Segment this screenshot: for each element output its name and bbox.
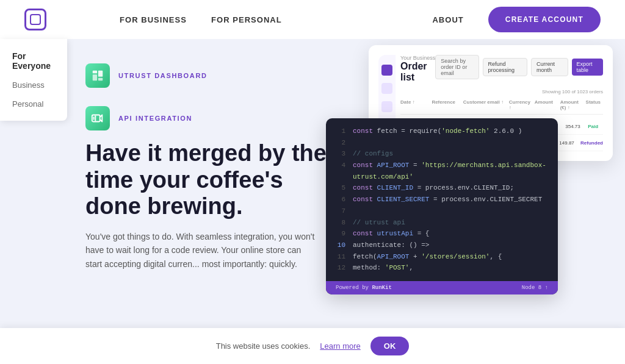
svg-rect-2: [98, 71, 103, 77]
content-area: UTRUST DASHBOARD Your Business Order lis…: [0, 39, 625, 364]
svg-rect-0: [93, 71, 97, 74]
api-body: You've got things to do. With seamless i…: [85, 230, 317, 271]
dash-nav-2: [381, 83, 392, 94]
dashboard-icon-wrapper: [85, 63, 110, 88]
sidebar-item-everyone[interactable]: For Everyone: [0, 46, 67, 76]
cookie-message: This website uses cookies.: [216, 341, 311, 351]
svg-rect-3: [98, 78, 103, 81]
code-body: 1const fetch = require('node-fetch' 2.6.…: [326, 118, 558, 281]
orders-count: Showing 100 of 1023 orders: [400, 89, 603, 95]
code-footer: Powered by RunKit Node 8 ↑: [326, 281, 558, 294]
main-content: For Everyone Business Personal UTRUST DA…: [0, 39, 625, 364]
export-button[interactable]: Export table: [572, 59, 603, 76]
api-section: API INTEGRATION Have it merged by the ti…: [85, 106, 576, 271]
create-account-button[interactable]: CREATE ACCOUNT: [488, 7, 601, 32]
dashboard-controls: Search by order ID or email Refund proce…: [435, 55, 603, 79]
dashboard-header: Your Business Order list Search by order…: [400, 55, 603, 83]
cookie-banner: This website uses cookies. Learn more OK: [0, 328, 625, 364]
nav-for-business[interactable]: FOR BUSINESS: [120, 15, 187, 24]
navbar: FOR BUSINESS FOR PERSONAL ABOUT CREATE A…: [0, 0, 625, 39]
code-preview: 1const fetch = require('node-fetch' 2.6.…: [326, 118, 558, 294]
search-input[interactable]: Search by order ID or email: [435, 55, 479, 79]
col-status: Status: [586, 99, 603, 110]
dashboard-tag: UTRUST DASHBOARD: [118, 72, 208, 79]
cell-status: Refunded: [580, 140, 603, 146]
nav-for-personal[interactable]: FOR PERSONAL: [211, 15, 282, 24]
code-footer-left: Powered by RunKit: [336, 285, 392, 291]
nav-dropdown: For Everyone Business Personal: [0, 39, 67, 121]
dashboard-brand: Your Business: [400, 55, 435, 61]
api-icon-wrapper: [85, 106, 110, 130]
logo[interactable]: [24, 9, 83, 30]
api-icon: [91, 112, 104, 125]
dashboard-icon: [91, 69, 104, 82]
filter-select-2[interactable]: Current month: [531, 58, 568, 76]
nav-about[interactable]: ABOUT: [432, 15, 463, 24]
cell-status: Paid: [588, 124, 603, 129]
code-footer-right: Node 8 ↑: [522, 285, 548, 291]
sidebar-item-business[interactable]: Business: [0, 76, 67, 95]
cookie-learn-more[interactable]: Learn more: [320, 341, 360, 351]
api-headline: Have it merged by the time your coffee's…: [85, 140, 342, 220]
svg-rect-1: [93, 74, 97, 80]
dashboard-title: Order list: [400, 61, 435, 83]
api-tag: API INTEGRATION: [118, 115, 192, 122]
sidebar-item-personal[interactable]: Personal: [0, 95, 67, 113]
dash-nav-home: [381, 65, 392, 76]
cookie-ok-button[interactable]: OK: [370, 337, 410, 355]
filter-select-1[interactable]: Refund processing: [483, 58, 527, 76]
